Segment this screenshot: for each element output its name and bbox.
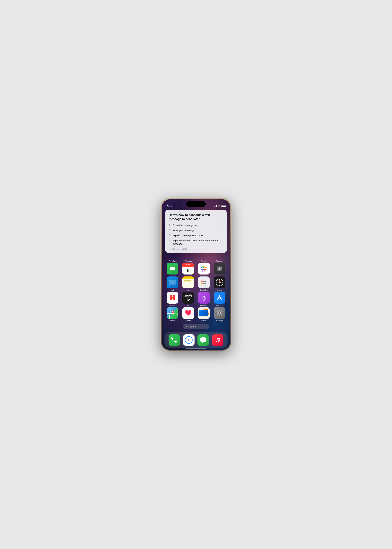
app-appstore[interactable]: App Store	[212, 292, 227, 306]
reminders-icon-svg	[200, 279, 207, 286]
home-indicator	[186, 348, 206, 349]
clock-icon[interactable]	[214, 276, 225, 288]
svg-point-8	[201, 281, 203, 282]
health-icon-svg	[184, 310, 192, 317]
step-text-2: Write your message.	[173, 229, 223, 232]
dock-phone[interactable]	[168, 334, 181, 346]
search-bar[interactable]: Search	[183, 324, 209, 329]
mail-icon-svg	[169, 280, 176, 285]
clock-icon-svg	[216, 278, 224, 286]
phone-dock-icon[interactable]	[168, 334, 180, 346]
label-camera: Camera	[211, 260, 227, 262]
health-icon[interactable]	[182, 307, 194, 319]
status-icons	[214, 205, 226, 207]
signal-bars-icon	[214, 205, 217, 207]
wallet-icon[interactable]	[198, 307, 210, 319]
app-row-1[interactable]: Mail	[162, 276, 230, 291]
notes-icon[interactable]	[182, 276, 194, 288]
settings-icon[interactable]	[214, 307, 225, 319]
step-text-1: Open the Messages app.	[173, 224, 223, 227]
notification-step-4: 4 Tap the time to choose when to send yo…	[169, 239, 223, 246]
svg-point-10	[201, 283, 203, 284]
step-number-4: 4	[169, 239, 171, 242]
svg-line-42	[188, 327, 189, 328]
battery-icon	[222, 205, 225, 207]
podcasts-icon[interactable]	[198, 292, 210, 303]
app-reminders[interactable]: Reminders	[196, 276, 211, 291]
news-icon[interactable]	[167, 292, 178, 303]
app-wallet[interactable]: Wallet	[196, 307, 211, 322]
maps-icon[interactable]	[167, 307, 178, 319]
app-facetime[interactable]	[165, 263, 180, 274]
top-dock-label-row: FaceTime Calendar Photos Camera	[162, 260, 230, 262]
label-photos: Photos	[196, 260, 211, 262]
settings-label: Settings	[216, 320, 223, 322]
svg-point-32	[219, 312, 220, 314]
app-row-3[interactable]: Maps Health	[162, 307, 230, 322]
svg-rect-35	[217, 313, 218, 313]
app-camera[interactable]	[212, 263, 227, 274]
dynamic-island	[186, 201, 206, 207]
notification-source:  iPhone User Guide	[169, 248, 223, 250]
app-settings[interactable]: Settings	[212, 307, 227, 322]
label-calendar: Calendar	[181, 260, 196, 262]
news-icon-svg	[168, 294, 176, 302]
dock-messages[interactable]	[197, 334, 210, 346]
photos-icon[interactable]	[198, 263, 210, 274]
dock	[164, 332, 228, 348]
app-mail[interactable]: Mail	[165, 276, 180, 291]
calendar-icon[interactable]: MON 9	[182, 263, 194, 274]
photos-icon-svg	[200, 265, 207, 272]
facetime-icon[interactable]	[167, 263, 178, 274]
app-news[interactable]: News	[165, 292, 180, 306]
status-time: 9:41	[167, 204, 172, 207]
reminders-icon[interactable]	[198, 276, 210, 288]
safari-icon-svg	[185, 336, 193, 344]
svg-rect-34	[219, 315, 220, 316]
clock-label: Clock	[217, 289, 222, 291]
app-maps[interactable]: Maps	[165, 307, 180, 322]
safari-dock-icon[interactable]	[183, 334, 195, 346]
notification-step-2: 2 Write your message.	[169, 229, 223, 232]
dock-safari[interactable]	[182, 334, 196, 346]
tv-icon[interactable]: apple tv	[182, 292, 194, 303]
top-icon-row[interactable]: MON 9	[162, 263, 230, 274]
svg-rect-40	[221, 314, 222, 315]
app-photos[interactable]	[196, 263, 211, 274]
dock-music[interactable]	[211, 334, 224, 346]
messages-icon-svg	[200, 336, 207, 344]
notification-card: Here's how to schedule a text message to…	[165, 210, 227, 253]
svg-rect-33	[219, 310, 220, 311]
svg-marker-1	[174, 267, 175, 270]
music-dock-icon[interactable]	[212, 334, 224, 346]
svg-point-5	[219, 268, 220, 270]
music-icon-svg	[214, 337, 221, 343]
app-notes[interactable]: Notes	[181, 276, 196, 291]
battery-fill	[222, 205, 224, 207]
phone-icon-svg	[171, 337, 177, 343]
step-text-4: Tap the time to choose when to send your…	[173, 239, 223, 246]
wifi-icon	[218, 205, 221, 207]
signal-bar-1	[214, 207, 215, 207]
mail-icon[interactable]	[167, 276, 178, 288]
app-calendar[interactable]: MON 9	[181, 263, 196, 274]
svg-rect-39	[217, 314, 218, 315]
signal-bar-3	[216, 206, 216, 207]
iphone-screen: 9:41	[162, 199, 230, 350]
svg-rect-36	[221, 313, 223, 313]
svg-point-2	[203, 268, 205, 269]
app-clock[interactable]: Clock	[212, 276, 227, 291]
svg-rect-0	[170, 267, 174, 270]
notification-steps: 1 Open the Messages app. 2 Write your me…	[169, 224, 223, 246]
tv-label: TV	[187, 304, 189, 306]
camera-icon[interactable]	[214, 263, 225, 274]
app-tv[interactable]: apple tv TV	[181, 292, 196, 306]
svg-point-30	[172, 311, 174, 312]
step-number-3: 3	[169, 234, 171, 237]
appstore-icon[interactable]	[214, 292, 225, 303]
app-podcasts[interactable]: Podcasts	[196, 292, 211, 306]
app-row-2[interactable]: News apple tv TV	[162, 292, 230, 306]
camera-icon-svg	[216, 266, 223, 272]
messages-dock-icon[interactable]	[197, 334, 209, 346]
app-health[interactable]: Health	[181, 307, 196, 322]
